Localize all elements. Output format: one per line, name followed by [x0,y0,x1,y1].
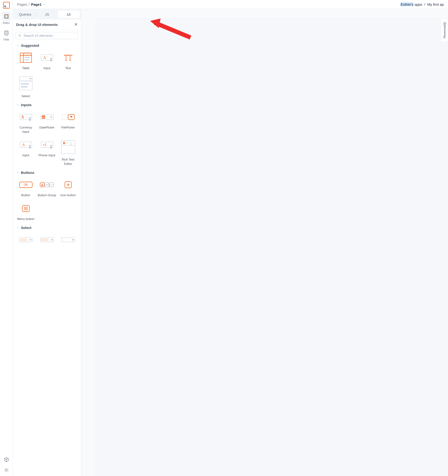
select-icon [61,234,75,246]
widget-text-label: Text [65,66,71,70]
widget-input-label: Input [44,66,50,70]
workspace-owner: Esther's [401,2,414,6]
svg-rect-19 [21,86,28,87]
widget-filepicker[interactable]: FilePicker [58,110,78,135]
canvas-side-label: Revenue($) [441,18,448,42]
widget-menu-button[interactable]: Menu button [16,201,36,223]
widget-phone-input[interactable]: +1 Phone Input [37,137,57,167]
widget-text[interactable]: Text [58,50,78,72]
search-input-wrap[interactable] [16,32,78,39]
table-icon [18,52,33,64]
workspace-apps-word: apps [414,2,422,6]
widget-input-2[interactable]: A Input [16,137,36,167]
widget-table[interactable]: Table [16,50,36,72]
widget-select[interactable]: Select [16,74,36,100]
workspace-path[interactable]: Esther's apps / My first ap [401,2,444,6]
tab-queries[interactable]: Queries [14,11,36,18]
panel-tabs: Queries JS UI [13,9,81,19]
widget-select-1[interactable] [16,232,36,250]
svg-text:B: B [63,141,65,145]
section-suggested[interactable]: Suggested [16,44,78,47]
app-logo[interactable]: a_ [3,2,10,9]
widget-currency-label: Currency Input [16,125,35,134]
rail-label-data: Data [4,38,9,41]
chevron-down-icon [16,103,19,107]
input-icon: A [40,52,54,64]
svg-rect-8 [23,53,31,55]
svg-text:A: A [43,56,46,60]
canvas-inner[interactable] [96,17,448,476]
database-icon [2,28,11,38]
widget-datepicker[interactable]: DatePicker [37,110,57,135]
widget-filepicker-label: FilePicker [61,125,75,130]
widget-input2-label: Input [22,153,29,158]
svg-rect-1 [5,15,8,18]
chevron-down-icon [43,3,45,6]
svg-rect-18 [21,83,29,85]
svg-point-2 [5,31,8,32]
breadcrumb-current[interactable]: Page1 [31,2,45,6]
package-icon[interactable] [2,455,11,464]
widget-rte-label: Rich Text Editor [58,158,78,166]
input-icon: A [18,139,33,151]
tab-ui[interactable]: UI [58,11,79,18]
widget-datepicker-label: DatePicker [40,125,55,130]
widget-icon-button[interactable]: Icon button [58,177,78,199]
svg-point-55 [51,185,51,185]
rail-item-data[interactable]: Data [2,28,11,41]
widget-button[interactable]: OK Button [16,177,36,199]
section-select[interactable]: Select [16,226,78,230]
svg-rect-49 [40,183,44,187]
select-icon [18,75,33,92]
breadcrumb-current-label: Page1 [31,2,42,6]
svg-rect-17 [19,81,32,90]
panel-header: Drag & drop UI elements ✕ [13,19,81,30]
breadcrumb-root: Pages [17,2,27,6]
section-select-title: Select [21,226,31,230]
svg-point-54 [50,185,51,185]
breadcrumb[interactable]: Pages / Page1 [17,2,45,6]
rte-icon: BIU [61,139,75,155]
rail-item-editor[interactable]: Editor [2,12,11,24]
widget-select-2[interactable] [37,232,57,250]
widget-currency-input[interactable]: $ Currency Input [16,110,36,135]
menu-icon [18,203,33,215]
currency-icon: $ [18,111,33,123]
svg-rect-9 [24,57,30,58]
svg-rect-26 [42,116,45,119]
phone-icon: +1 [40,139,54,151]
widget-select-label: Select [21,94,30,98]
svg-point-3 [6,469,7,471]
widget-button-label: Button [21,193,30,197]
close-icon[interactable]: ✕ [74,22,78,27]
search-input[interactable] [23,34,75,38]
chevron-down-icon [16,171,19,174]
widget-table-label: Table [22,66,29,70]
section-inputs-title: Inputs [21,103,32,107]
widget-rich-text-editor[interactable]: BIU Rich Text Editor [58,137,78,167]
section-inputs[interactable]: Inputs [16,103,78,107]
search-icon [18,34,22,37]
svg-rect-10 [24,59,29,60]
section-buttons[interactable]: Buttons [16,170,78,175]
left-rail: a_ Editor Data [0,0,13,476]
select-icon [40,234,54,246]
tab-js[interactable]: JS [36,11,58,18]
plus-icon [61,179,75,191]
svg-text:A: A [22,143,25,147]
workspace-app-name: My first ap [427,2,444,6]
chevron-down-icon [16,44,19,47]
button-group-icon [40,179,54,191]
section-suggested-title: Suggested [21,44,39,47]
widget-button-group-label: Button Group [38,193,56,197]
svg-rect-65 [20,239,27,241]
button-icon: OK [18,179,33,191]
widget-select-3[interactable] [58,232,78,250]
text-icon [61,52,75,64]
svg-rect-30 [62,114,68,120]
widget-button-group[interactable]: Button Group [37,177,57,199]
svg-point-4 [19,34,20,36]
widget-input[interactable]: A Input [37,50,57,72]
canvas-area[interactable]: Revenue($) [81,9,448,476]
settings-icon[interactable] [2,465,11,475]
